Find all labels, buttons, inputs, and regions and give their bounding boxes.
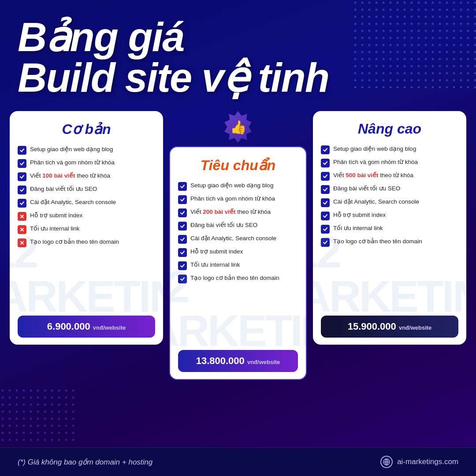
plan-title-nang-cao: Nâng cao: [321, 121, 458, 137]
price-badge-co-ban: 6.900.000 vnđ/website: [18, 316, 155, 338]
check-icon: [18, 186, 26, 194]
feature-item: Viết 500 bài viết theo từ khóa: [321, 171, 458, 181]
check-icon: [321, 238, 330, 247]
globe-icon: [380, 456, 393, 468]
middle-card-wrapper: 👍 A12MARKETING Tiêu chuẩn Setup giao diệ…: [169, 111, 307, 380]
check-icon: [321, 185, 330, 194]
footer-note: (*) Giá không bao gồm domain + hosting: [18, 457, 152, 467]
feature-list-tieu-chuan: Setup giao diện web dạng blog Phân tích …: [178, 182, 298, 344]
dot-pattern-top-right: [353, 0, 476, 88]
check-icon: [178, 208, 187, 217]
plan-title-co-ban: Cơ bản: [18, 121, 155, 138]
plan-title-tieu-chuan: Tiêu chuẩn: [178, 157, 298, 174]
check-icon: [178, 235, 187, 244]
thumbs-badge-wrapper: 👍: [169, 111, 307, 143]
feature-item: Tối ưu internal link: [321, 224, 458, 234]
check-icon: [18, 199, 26, 208]
feature-item: Setup giao diện web dạng blog: [321, 145, 458, 154]
feature-item: Tạo logo cơ bản theo tên domain: [18, 238, 155, 247]
website-url: ai-marketings.com: [397, 457, 458, 466]
price-value-tieu-chuan: 13.800.000: [196, 355, 247, 366]
price-unit-tieu-chuan: vnđ/website: [247, 359, 280, 365]
price-value-co-ban: 6.900.000: [47, 321, 93, 332]
price-badge-tieu-chuan: 13.800.000 vnđ/website: [178, 350, 298, 372]
feature-list-nang-cao: Setup giao diện web dạng blog Phân tích …: [321, 145, 458, 309]
feature-item: Viết 200 bài viết theo từ khóa: [178, 208, 298, 217]
thumbs-up-badge: 👍: [222, 111, 254, 143]
feature-item: Viết 100 bài viết theo từ khóa: [18, 172, 155, 181]
footer-website: ai-marketings.com: [380, 456, 458, 468]
footer: (*) Giá không bao gồm domain + hosting a…: [0, 447, 476, 476]
check-icon: [18, 159, 26, 168]
check-icon: [321, 198, 330, 207]
price-value-nang-cao: 15.900.000: [348, 321, 399, 332]
cross-icon: [18, 212, 26, 221]
check-icon: [321, 225, 330, 234]
feature-item: Hỗ trợ submit index: [18, 212, 155, 221]
feature-item: Hỗ trợ submit index: [178, 248, 298, 257]
check-icon: [178, 261, 187, 270]
price-unit-nang-cao: vnđ/website: [399, 324, 431, 331]
feature-item: Setup giao diện web dạng blog: [178, 182, 298, 191]
svg-rect-1: [353, 0, 476, 88]
feature-item: Hỗ trợ submit index: [321, 211, 458, 220]
feature-item: Setup giao diện web dạng blog: [18, 145, 155, 155]
feature-list-co-ban: Setup giao diện web dạng blog Phân tích …: [18, 145, 155, 309]
check-icon: [321, 159, 330, 167]
feature-item: Tạo logo cơ bản theo tên domain: [178, 274, 298, 283]
feature-item: Tối ưu internal link: [18, 225, 155, 234]
plan-card-co-ban: A12MARKETING Cơ bản Setup giao diện web …: [10, 111, 163, 345]
plan-card-nang-cao: A12MARKETING Nâng cao Setup giao diện we…: [313, 111, 466, 345]
cross-icon: [18, 238, 26, 247]
feature-item: Phân tích và gom nhóm từ khóa: [178, 195, 298, 204]
plan-card-tieu-chuan: A12MARKETING Tiêu chuẩn Setup giao diện …: [169, 146, 307, 380]
check-icon: [178, 248, 187, 257]
cross-icon: [18, 225, 26, 234]
check-icon: [178, 222, 187, 231]
check-icon: [321, 212, 330, 220]
feature-item: Phân tích và gom nhóm từ khóa: [321, 158, 458, 167]
feature-item: Cài đặt Analytic, Search console: [178, 234, 298, 244]
check-icon: [178, 182, 187, 191]
check-icon: [178, 275, 187, 283]
feature-item: Phân tích và gom nhóm từ khóa: [18, 159, 155, 168]
price-badge-nang-cao: 15.900.000 vnđ/website: [321, 316, 458, 338]
check-icon: [321, 172, 330, 181]
page-container: Bảng giá Build site vệ tinh A12MARKETING…: [0, 0, 476, 476]
feature-item: Đăng bài viết tối ưu SEO: [178, 221, 298, 231]
feature-item: Cài đặt Analytic, Search console: [18, 198, 155, 208]
feature-item: Tạo logo cơ bản theo tên domain: [321, 238, 458, 247]
check-icon: [178, 195, 187, 204]
check-icon: [18, 146, 26, 155]
feature-item: Cài đặt Analytic, Search console: [321, 198, 458, 207]
thumbs-up-icon: 👍: [230, 119, 246, 135]
feature-item: Tối ưu internal link: [178, 261, 298, 270]
price-unit-co-ban: vnđ/website: [93, 324, 126, 331]
feature-item: Đăng bài viết tối ưu SEO: [321, 185, 458, 194]
check-icon: [18, 172, 26, 181]
cards-wrapper: A12MARKETING Cơ bản Setup giao diện web …: [0, 102, 476, 447]
check-icon: [321, 145, 330, 154]
feature-item: Đăng bài viết tối ưu SEO: [18, 185, 155, 194]
